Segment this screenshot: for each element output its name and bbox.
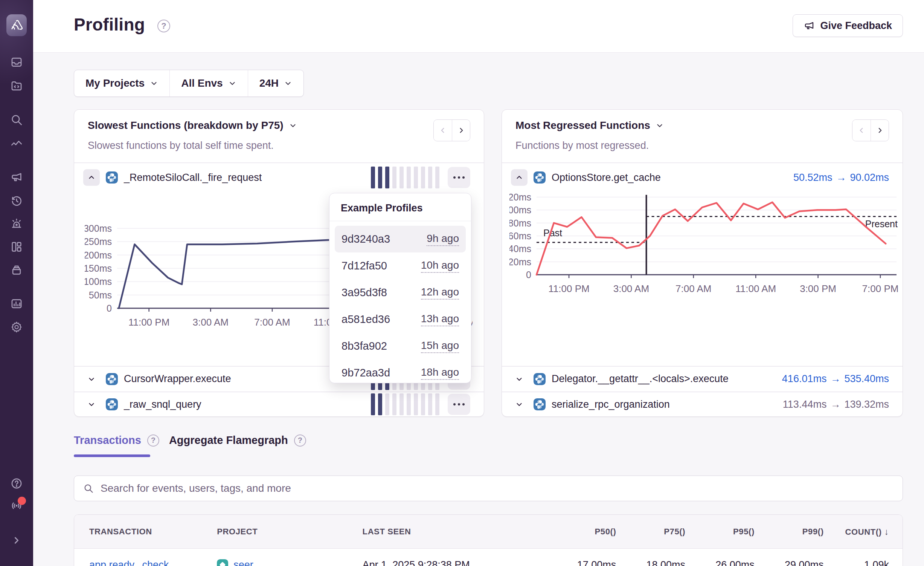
profile-item[interactable]: 8b3fa90215h ago	[335, 333, 466, 359]
svg-text:0: 0	[526, 269, 531, 280]
svg-text:50ms: 50ms	[89, 290, 112, 300]
environment-filter[interactable]: All Envs	[169, 70, 247, 96]
prev-page-button[interactable]	[434, 120, 452, 141]
svg-text:250ms: 250ms	[85, 236, 112, 247]
sidebar-item-dashboards[interactable]	[0, 240, 33, 253]
tab-transactions[interactable]: Transactions ?	[74, 434, 159, 447]
profile-id[interactable]: 8b3fa902	[342, 340, 387, 352]
most-regressed-title[interactable]: Most Regressed Functions	[515, 119, 664, 132]
sentry-logo[interactable]	[6, 14, 27, 36]
profile-item[interactable]: 9d3240a39h ago	[335, 226, 466, 252]
sidebar-item-replays[interactable]	[0, 194, 33, 207]
profile-candidates-sparkline[interactable]	[371, 167, 439, 188]
function-row-optionsstore[interactable]: OptionsStore.get_cache 50.52ms→90.02ms	[502, 162, 903, 193]
svg-text:Present: Present	[865, 219, 898, 229]
col-count-sorted[interactable]: COUNT() ↓	[824, 526, 903, 537]
arrow-right-icon: →	[832, 172, 850, 183]
p99-value: 29.00ms	[755, 559, 824, 566]
col-project[interactable]: PROJECT	[217, 527, 362, 537]
sidebar-item-feedback[interactable]	[0, 171, 33, 184]
megaphone-icon	[804, 20, 815, 31]
issues-icon	[10, 56, 23, 69]
svg-text:100ms: 100ms	[509, 205, 531, 215]
profile-item[interactable]: 3a95d3f812h ago	[335, 279, 466, 306]
search-bar[interactable]	[74, 476, 903, 501]
row-actions-button[interactable]	[448, 394, 470, 415]
flamegraph-help-icon[interactable]: ?	[294, 434, 306, 447]
col-p75[interactable]: P75()	[616, 527, 685, 537]
col-last-seen[interactable]: LAST SEEN	[363, 527, 547, 537]
sentry-logo-icon	[8, 17, 25, 34]
sidebar-item-traces[interactable]	[0, 138, 33, 150]
row-actions-button[interactable]	[448, 167, 470, 188]
svg-text:300ms: 300ms	[85, 223, 112, 234]
profile-age[interactable]: 15h ago	[421, 340, 459, 353]
function-row-raw-snql-query[interactable]: _raw_snql_query	[74, 392, 484, 417]
function-row-delegator[interactable]: Delegator.__getattr__.<locals>.execute 4…	[502, 366, 903, 392]
next-page-button[interactable]	[452, 120, 470, 141]
profile-age[interactable]: 18h ago	[421, 366, 459, 380]
profile-id[interactable]: 9b72aa3d	[342, 367, 390, 379]
date-range-filter[interactable]: 24H	[248, 70, 303, 96]
sidebar-item-alerts[interactable]	[0, 217, 33, 230]
profile-age[interactable]: 9h ago	[427, 233, 459, 246]
sidebar-collapse[interactable]	[0, 534, 33, 547]
expand-row-button[interactable]	[511, 371, 528, 387]
search-input[interactable]	[101, 482, 894, 494]
project-link[interactable]: seer	[233, 559, 253, 566]
transaction-link[interactable]: app.ready._check	[89, 559, 169, 566]
sidebar-item-releases[interactable]	[0, 263, 33, 276]
profile-item[interactable]: 9b72aa3d18h ago	[335, 359, 466, 386]
profile-id[interactable]: 3a95d3f8	[342, 286, 387, 299]
profile-id[interactable]: 9d3240a3	[342, 233, 390, 245]
profile-age[interactable]: 13h ago	[421, 313, 459, 326]
col-p99[interactable]: P99()	[755, 527, 824, 537]
col-transaction[interactable]: TRANSACTION	[74, 527, 217, 537]
page-help-icon[interactable]: ?	[157, 20, 170, 32]
function-row-serialize-rpc[interactable]: serialize_rpc_organization 113.44ms→139.…	[502, 392, 903, 417]
col-p95[interactable]: P95()	[685, 527, 755, 537]
regression-delta[interactable]: 113.44ms→139.32ms	[783, 399, 889, 410]
svg-text:20ms: 20ms	[509, 257, 531, 267]
profile-age[interactable]: 12h ago	[421, 286, 459, 300]
profile-candidates-sparkline[interactable]	[371, 393, 439, 415]
svg-text:7:00 AM: 7:00 AM	[254, 317, 290, 328]
collapse-row-button[interactable]	[511, 169, 528, 186]
expand-row-button[interactable]	[511, 396, 528, 413]
sidebar-item-help[interactable]	[0, 477, 33, 490]
profile-id[interactable]: 7d12fa50	[342, 260, 387, 272]
view-tabs: Transactions ? Aggregate Flamegraph ?	[74, 434, 306, 447]
expand-row-button[interactable]	[83, 396, 100, 413]
chevron-right-icon	[876, 126, 884, 135]
collapse-row-button[interactable]	[83, 169, 100, 186]
expand-row-button[interactable]	[83, 371, 100, 387]
sidebar-item-stats[interactable]	[0, 297, 33, 310]
next-page-button[interactable]	[871, 120, 889, 141]
sidebar-item-search[interactable]	[0, 113, 33, 126]
sidebar-item-whats-new[interactable]	[0, 499, 33, 512]
sidebar-item-settings[interactable]	[0, 321, 33, 333]
filter-bar: My Projects All Envs 24H	[74, 70, 304, 97]
sidebar-item-issues[interactable]	[0, 56, 33, 69]
function-row-remotesilocall[interactable]: _RemoteSiloCall._fire_request	[74, 162, 484, 193]
slowest-functions-title[interactable]: Slowest Functions (breakdown by P75)	[88, 119, 297, 132]
regression-delta[interactable]: 416.01ms→535.40ms	[782, 373, 889, 385]
chevron-up-icon	[87, 173, 96, 182]
profile-id[interactable]: a581ed36	[342, 313, 390, 326]
svg-text:7:00 AM: 7:00 AM	[675, 283, 711, 294]
tab-aggregate-flamegraph[interactable]: Aggregate Flamegraph ?	[169, 434, 306, 447]
function-name: Delegator.__getattr__.<locals>.execute	[552, 373, 729, 385]
profile-age[interactable]: 10h ago	[421, 259, 459, 273]
table-row[interactable]: app.ready._check seer Apr 1, 2025 9:28:3…	[74, 549, 903, 566]
prev-page-button[interactable]	[852, 120, 871, 141]
col-p50[interactable]: P50()	[547, 527, 616, 537]
profile-item[interactable]: 7d12fa5010h ago	[335, 252, 466, 279]
give-feedback-button[interactable]: Give Feedback	[793, 14, 903, 37]
regression-delta[interactable]: 50.52ms→90.02ms	[793, 172, 889, 184]
p75-value: 18.00ms	[616, 559, 685, 566]
profile-item[interactable]: a581ed3613h ago	[335, 306, 466, 333]
example-profiles-popup: Example Profiles 9d3240a39h ago7d12fa501…	[329, 193, 471, 383]
project-filter[interactable]: My Projects	[74, 70, 169, 96]
sidebar-item-explore[interactable]	[0, 80, 33, 92]
transactions-help-icon[interactable]: ?	[147, 434, 159, 447]
